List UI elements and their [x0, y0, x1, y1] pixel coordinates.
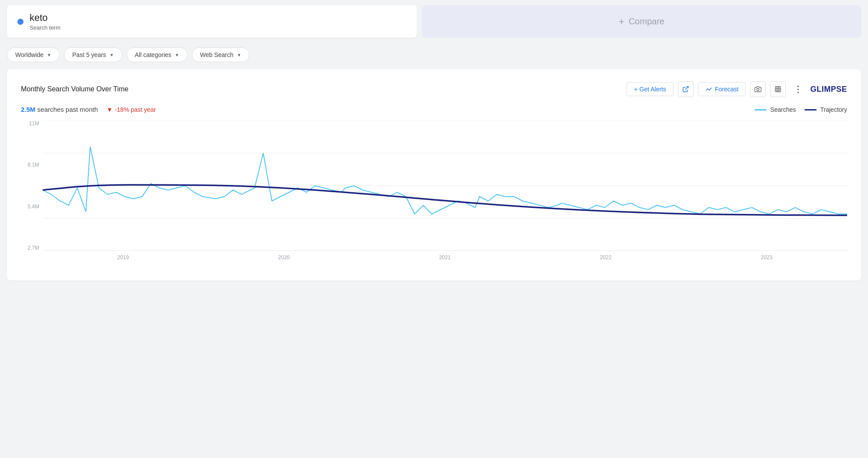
svg-rect-2	[775, 87, 781, 92]
x-label-2020: 2020	[278, 254, 290, 261]
legend-trajectory-line	[804, 109, 817, 110]
filter-timeframe[interactable]: Past 5 years ▼	[64, 47, 122, 62]
legend-searches-line	[754, 109, 767, 110]
search-term-block: keto Search term	[30, 12, 60, 31]
external-link-icon	[682, 86, 689, 93]
table-icon	[774, 86, 781, 93]
filter-search-type-label: Web Search	[200, 51, 234, 58]
legend: Searches Trajectory	[754, 106, 847, 113]
filter-category[interactable]: All categories ▼	[127, 47, 188, 62]
search-box: keto Search term	[7, 5, 417, 38]
search-term-label: Search term	[30, 24, 60, 31]
chart-header: Monthly Search Volume Over Time + Get Al…	[21, 81, 847, 97]
compare-plus-icon: +	[619, 16, 624, 27]
y-axis: 11M 8.1M 5.4M 2.7M	[21, 120, 43, 251]
legend-trajectory-label: Trajectory	[820, 106, 847, 113]
compare-box[interactable]: + Compare	[422, 5, 861, 38]
trend-down-icon: ▼	[107, 106, 113, 113]
chart-plot	[43, 120, 847, 251]
legend-trajectory: Trajectory	[804, 106, 847, 113]
filter-location-label: Worldwide	[15, 51, 44, 58]
screenshot-button[interactable]	[750, 81, 766, 97]
trend-value: -18% past year	[115, 106, 156, 113]
chart-container: 11M 8.1M 5.4M 2.7M 2019 2020	[21, 120, 847, 268]
y-label-8m: 8.1M	[21, 162, 43, 168]
stats-row: 2.5M searches past month ▼ -18% past yea…	[21, 106, 847, 114]
chart-title: Monthly Search Volume Over Time	[21, 85, 128, 93]
y-label-5m: 5.4M	[21, 204, 43, 210]
top-bar: keto Search term + Compare	[0, 0, 868, 43]
filters-bar: Worldwide ▼ Past 5 years ▼ All categorie…	[0, 43, 868, 69]
searches-line	[43, 147, 847, 214]
search-term-dot	[17, 19, 23, 25]
chevron-down-icon: ▼	[110, 53, 114, 57]
stats-left: 2.5M searches past month ▼ -18% past yea…	[21, 106, 156, 114]
external-link-button[interactable]	[678, 81, 694, 97]
chart-svg	[43, 120, 847, 251]
get-alerts-button[interactable]: + Get Alerts	[627, 82, 674, 96]
table-button[interactable]	[770, 81, 786, 97]
x-label-2023: 2023	[761, 254, 773, 261]
forecast-button[interactable]: Forecast	[698, 82, 746, 96]
legend-searches-label: Searches	[770, 106, 796, 113]
forecast-icon	[705, 86, 712, 93]
svg-line-0	[685, 87, 688, 90]
forecast-label: Forecast	[715, 86, 738, 93]
x-label-2022: 2022	[600, 254, 612, 261]
y-label-11m: 11M	[21, 120, 43, 127]
filter-location[interactable]: Worldwide ▼	[7, 47, 60, 62]
more-options-button[interactable]: ⋮	[790, 82, 806, 96]
filter-timeframe-label: Past 5 years	[72, 51, 106, 58]
searches-count: 2.5M	[21, 106, 35, 113]
chart-actions: + Get Alerts Forecast	[627, 81, 847, 97]
compare-label: Compare	[629, 17, 664, 27]
filter-search-type[interactable]: Web Search ▼	[192, 47, 250, 62]
trend-badge: ▼ -18% past year	[107, 106, 156, 113]
x-axis: 2019 2020 2021 2022 2023	[43, 251, 847, 268]
y-label-2m: 2.7M	[21, 245, 43, 251]
chevron-down-icon: ▼	[175, 53, 179, 57]
trajectory-line	[43, 185, 847, 215]
chevron-down-icon: ▼	[237, 53, 241, 57]
camera-icon	[754, 86, 761, 93]
x-label-2021: 2021	[439, 254, 451, 261]
searches-label: searches past month	[37, 106, 98, 113]
x-label-2019: 2019	[117, 254, 129, 261]
chart-section: Monthly Search Volume Over Time + Get Al…	[7, 69, 861, 281]
glimpse-logo: GLIMPSE	[810, 85, 847, 94]
svg-point-1	[757, 88, 759, 90]
legend-searches: Searches	[754, 106, 796, 113]
search-term: keto	[30, 12, 60, 23]
filter-category-label: All categories	[135, 51, 171, 58]
chevron-down-icon: ▼	[47, 53, 51, 57]
